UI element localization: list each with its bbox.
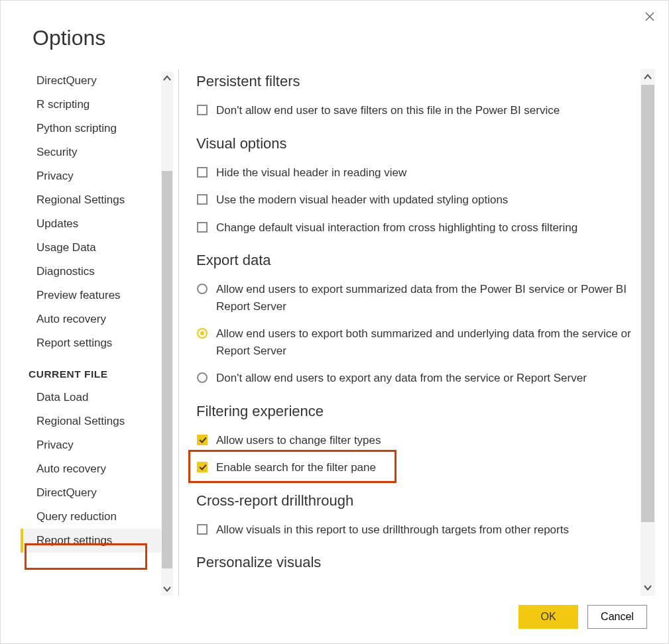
option-enable-search-filter-pane[interactable]: Enable search for the filter pane [196, 454, 634, 482]
option-hide-visual-header[interactable]: Hide the visual header in reading view [196, 159, 634, 187]
sidebar-item-privacy[interactable]: Privacy [21, 164, 173, 188]
sidebar-item-cf-regional-settings[interactable]: Regional Settings [21, 409, 173, 433]
option-label: Don't allow end users to export any data… [216, 370, 634, 387]
dialog-title: Options [1, 1, 668, 69]
scrollbar-thumb[interactable] [641, 85, 654, 522]
option-label: Hide the visual header in reading view [216, 164, 634, 182]
chevron-up-icon[interactable] [161, 72, 173, 85]
sidebar-item-r-scripting[interactable]: R scripting [21, 93, 173, 117]
section-title-export-data: Export data [196, 252, 634, 269]
sidebar-item-updates[interactable]: Updates [21, 212, 173, 236]
radio-unchecked-icon [197, 284, 208, 294]
option-cross-report-drillthrough[interactable]: Allow visuals in this report to use dril… [196, 516, 634, 544]
sidebar-item-cf-privacy[interactable]: Privacy [21, 433, 173, 457]
radio-checked-icon [197, 328, 208, 339]
option-label: Allow end users to export both summarize… [216, 325, 634, 359]
sidebar-global-list: DirectQuery R scripting Python scripting… [21, 69, 173, 355]
sidebar-item-usage-data[interactable]: Usage Data [21, 236, 173, 260]
sidebar-header-current-file: CURRENT FILE [21, 355, 173, 386]
option-label: Allow visuals in this report to use dril… [216, 521, 634, 539]
sidebar-item-cf-query-reduction[interactable]: Query reduction [21, 505, 173, 529]
checkbox-unchecked-icon [197, 167, 208, 178]
sidebar-item-preview-features[interactable]: Preview features [21, 284, 173, 307]
chevron-down-icon[interactable] [161, 582, 173, 596]
sidebar-item-report-settings[interactable]: Report settings [21, 331, 173, 355]
close-button[interactable] [642, 9, 658, 25]
section-title-personalize-visuals: Personalize visuals [196, 554, 634, 571]
sidebar-item-cf-auto-recovery[interactable]: Auto recovery [21, 457, 173, 481]
checkbox-unchecked-icon [197, 222, 208, 233]
sidebar-item-cf-report-settings[interactable]: Report settings [21, 529, 173, 553]
option-label: Allow end users to export summarized dat… [216, 281, 634, 315]
scrollbar-thumb[interactable] [162, 171, 172, 568]
sidebar-item-directquery[interactable]: DirectQuery [21, 69, 173, 93]
checkbox-unchecked-icon [197, 194, 208, 205]
options-dialog: Options DirectQuery R scripting Python s… [0, 0, 669, 644]
checkbox-unchecked-icon [197, 524, 208, 535]
sidebar-item-auto-recovery[interactable]: Auto recovery [21, 307, 173, 331]
ok-button[interactable]: OK [518, 605, 578, 629]
chevron-up-icon[interactable] [640, 69, 655, 85]
close-icon [645, 12, 654, 21]
sidebar-item-cf-directquery[interactable]: DirectQuery [21, 481, 173, 505]
option-modern-visual-header[interactable]: Use the modern visual header with update… [196, 186, 634, 214]
main-scrollbar[interactable] [640, 69, 655, 596]
option-label: Use the modern visual header with update… [216, 191, 634, 209]
sidebar: DirectQuery R scripting Python scripting… [21, 69, 173, 596]
option-change-filter-types[interactable]: Allow users to change filter types [196, 427, 634, 455]
sidebar-item-diagnostics[interactable]: Diagnostics [21, 260, 173, 284]
sidebar-scrollbar[interactable] [161, 72, 173, 596]
checkbox-unchecked-icon [197, 105, 208, 115]
main-panel: Persistent filters Don't allow end user … [178, 69, 655, 596]
section-title-persistent-filters: Persistent filters [196, 73, 634, 90]
option-export-none[interactable]: Don't allow end users to export any data… [196, 364, 634, 392]
option-label: Don't allow end user to save filters on … [216, 102, 634, 119]
option-disallow-save-filters[interactable]: Don't allow end user to save filters on … [196, 97, 634, 125]
dialog-footer: OK Cancel [1, 596, 668, 643]
sidebar-item-python-scripting[interactable]: Python scripting [21, 117, 173, 140]
option-label: Allow users to change filter types [216, 432, 634, 449]
checkbox-checked-icon [197, 435, 208, 445]
sidebar-item-regional-settings[interactable]: Regional Settings [21, 188, 173, 212]
option-cross-filtering[interactable]: Change default visual interaction from c… [196, 214, 634, 242]
section-title-filtering-experience: Filtering experience [196, 403, 634, 420]
sidebar-item-cf-data-load[interactable]: Data Load [21, 386, 173, 409]
dialog-body: DirectQuery R scripting Python scripting… [1, 69, 668, 596]
option-export-both[interactable]: Allow end users to export both summarize… [196, 320, 634, 364]
section-title-cross-report: Cross-report drillthrough [196, 492, 634, 510]
cancel-button[interactable]: Cancel [587, 605, 647, 629]
section-title-visual-options: Visual options [196, 135, 634, 152]
chevron-down-icon[interactable] [640, 580, 655, 596]
option-label: Change default visual interaction from c… [216, 219, 634, 237]
sidebar-current-file-list: Data Load Regional Settings Privacy Auto… [21, 386, 173, 553]
option-export-summarized[interactable]: Allow end users to export summarized dat… [196, 276, 634, 320]
option-label: Enable search for the filter pane [216, 459, 634, 476]
checkbox-checked-icon [197, 462, 208, 472]
radio-unchecked-icon [197, 372, 208, 383]
sidebar-item-security[interactable]: Security [21, 140, 173, 164]
